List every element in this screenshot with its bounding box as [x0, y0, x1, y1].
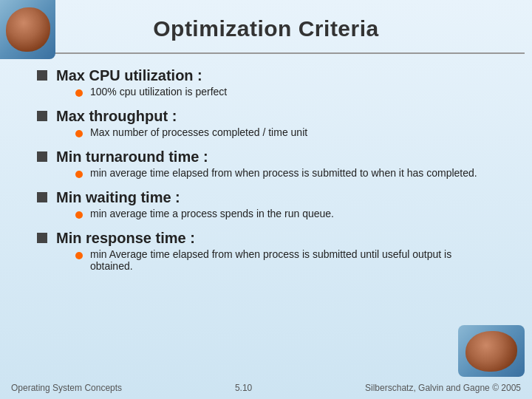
item-label: Min turnaround time : — [56, 149, 208, 165]
bullet-circle-icon — [75, 252, 83, 259]
bullet-square-icon — [37, 70, 47, 81]
sub-list-item: 100% cpu utilization is perfect — [75, 86, 227, 98]
slide: Optimization Criteria Max CPU utilizatio… — [0, 0, 532, 399]
footer-left-text: Operating System Concepts — [11, 383, 122, 393]
bullet-circle-icon — [75, 211, 83, 219]
bullet-circle-icon — [75, 130, 83, 137]
footer-right-text: Silberschatz, Galvin and Gagne © 2005 — [365, 383, 521, 393]
sub-list-item: min average time a process spends in the… — [75, 208, 334, 219]
sub-item-label: min average time a process spends in the… — [90, 208, 334, 219]
sub-list-item: Max number of processes completed / time… — [75, 126, 307, 138]
sub-item-label: min Average time elapsed from when proce… — [90, 248, 495, 272]
bullet-square-icon — [37, 111, 47, 121]
sub-items: 100% cpu utilization is perfect — [75, 86, 227, 98]
footer: Operating System Concepts 5.10 Silbersch… — [0, 383, 532, 393]
bullet-circle-icon — [75, 171, 83, 178]
list-item: Min turnaround time : min average time e… — [37, 149, 495, 182]
bullet-square-icon — [37, 233, 47, 243]
bullet-square-icon — [37, 151, 47, 162]
title-bar: Optimization Criteria — [59, 0, 473, 52]
sub-item-label: 100% cpu utilization is perfect — [90, 86, 227, 98]
content-area: Max CPU utilization : 100% cpu utilizati… — [0, 67, 532, 275]
sub-items: min Average time elapsed from when proce… — [75, 248, 495, 272]
slide-title: Optimization Criteria — [153, 16, 379, 41]
sub-list-item: min Average time elapsed from when proce… — [75, 248, 495, 272]
list-item: Max CPU utilization : 100% cpu utilizati… — [37, 67, 495, 100]
sub-items: min average time a process spends in the… — [75, 208, 334, 219]
sub-item-label: Max number of processes completed / time… — [90, 126, 307, 138]
sub-list-item: min average time elapsed from when proce… — [75, 167, 477, 179]
footer-center-text: 5.10 — [235, 383, 252, 393]
deco-bottom-right-image — [458, 325, 525, 377]
bullet-circle-icon — [75, 89, 83, 97]
item-label: Min response time : — [56, 230, 195, 246]
bullet-square-icon — [37, 192, 47, 202]
list-item: Min waiting time : min average time a pr… — [37, 189, 495, 222]
sub-items: min average time elapsed from when proce… — [75, 167, 477, 179]
divider — [7, 52, 525, 54]
item-label: Min waiting time : — [56, 189, 180, 205]
sub-item-label: min average time elapsed from when proce… — [90, 167, 477, 179]
item-label: Max throughput : — [56, 108, 177, 124]
sub-items: Max number of processes completed / time… — [75, 126, 307, 138]
item-label: Max CPU utilization : — [56, 67, 202, 83]
deco-top-left-image — [0, 0, 55, 59]
list-item: Min response time : min Average time ela… — [37, 230, 495, 275]
list-item: Max throughput : Max number of processes… — [37, 108, 495, 141]
